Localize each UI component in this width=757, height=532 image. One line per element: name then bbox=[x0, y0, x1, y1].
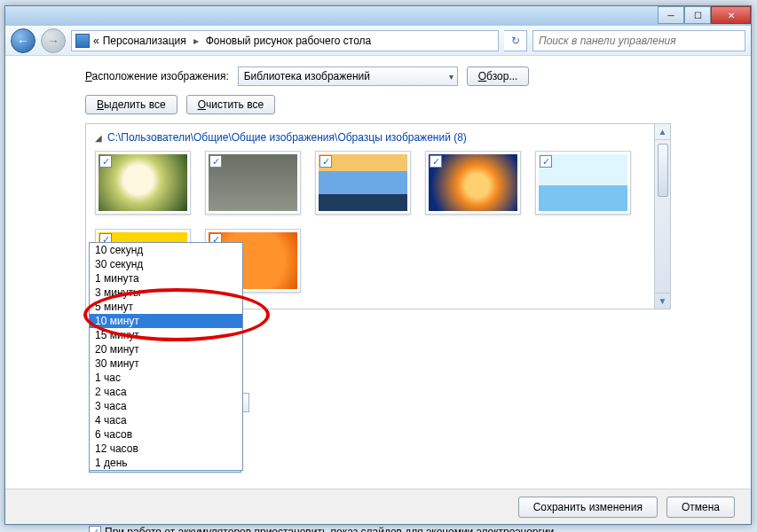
interval-option[interactable]: 1 день bbox=[90, 456, 242, 470]
chevron-right-icon: ▸ bbox=[190, 35, 202, 47]
location-label: Расположение изображения: bbox=[85, 70, 229, 82]
scroll-up-icon[interactable]: ▲ bbox=[655, 124, 670, 140]
location-row: Расположение изображения: Библиотека изо… bbox=[85, 66, 671, 86]
back-button[interactable]: ← bbox=[11, 28, 35, 53]
interval-option[interactable]: 30 минут bbox=[90, 356, 242, 371]
titlebar: ─ ☐ ✕ bbox=[5, 6, 751, 26]
battery-row: ✓ При работе от аккумуляторов приостанов… bbox=[89, 526, 554, 532]
interval-dropdown-list[interactable]: 10 секунд30 секунд1 минута3 минуты5 мину… bbox=[89, 242, 243, 471]
thumb-checkbox[interactable]: ✓ bbox=[99, 155, 112, 168]
thumb-checkbox[interactable]: ✓ bbox=[430, 155, 442, 168]
interval-option[interactable]: 1 час bbox=[90, 371, 242, 385]
clear-all-button[interactable]: Очистить все bbox=[186, 95, 276, 114]
thumb-penguins[interactable]: ✓ bbox=[535, 151, 631, 215]
footer: Сохранить изменения Отмена bbox=[5, 489, 751, 524]
folder-path: C:\Пользователи\Общие\Общие изображения\… bbox=[107, 131, 467, 144]
interval-option[interactable]: 3 часа bbox=[90, 399, 242, 413]
maximize-button[interactable]: ☐ bbox=[684, 6, 711, 24]
save-button[interactable]: Сохранить изменения bbox=[518, 497, 658, 518]
interval-option[interactable]: 3 минуты bbox=[90, 286, 242, 300]
interval-option[interactable]: 30 секунд bbox=[90, 257, 242, 271]
location-combo[interactable]: Библиотека изображений bbox=[238, 66, 458, 86]
thumb-koala[interactable]: ✓ bbox=[205, 151, 301, 215]
interval-option[interactable]: 4 часа bbox=[90, 413, 242, 427]
interval-option[interactable]: 10 минут bbox=[90, 314, 242, 328]
navbar: ← → « Персонализация ▸ Фоновый рисунок р… bbox=[5, 26, 751, 56]
battery-label: При работе от аккумуляторов приостановит… bbox=[105, 526, 554, 532]
interval-option[interactable]: 15 минут bbox=[90, 328, 242, 342]
scroll-thumb[interactable] bbox=[658, 144, 668, 197]
interval-option[interactable]: 1 минута bbox=[90, 271, 242, 286]
folder-header[interactable]: ◢ C:\Пользователи\Общие\Общие изображени… bbox=[95, 131, 661, 144]
interval-option[interactable]: 2 часа bbox=[90, 385, 242, 399]
minimize-button[interactable]: ─ bbox=[658, 6, 684, 24]
close-button[interactable]: ✕ bbox=[711, 6, 751, 24]
interval-option[interactable]: 6 часов bbox=[90, 427, 242, 442]
thumb-checkbox[interactable]: ✓ bbox=[209, 155, 222, 168]
battery-checkbox[interactable]: ✓ bbox=[89, 526, 101, 532]
refresh-button[interactable]: ↻ bbox=[504, 30, 527, 51]
window: ─ ☐ ✕ ← → « Персонализация ▸ Фоновый рис… bbox=[4, 5, 752, 525]
breadcrumb-prefix: « bbox=[93, 35, 99, 47]
gallery-scrollbar[interactable]: ▲ ▼ bbox=[654, 124, 670, 309]
address-bar[interactable]: « Персонализация ▸ Фоновый рисунок рабоч… bbox=[71, 30, 499, 51]
browse-button[interactable]: Обзор... bbox=[467, 66, 530, 86]
breadcrumb-personalization[interactable]: Персонализация bbox=[103, 35, 186, 47]
interval-option[interactable]: 12 часов bbox=[90, 442, 242, 456]
forward-button: → bbox=[41, 28, 66, 53]
interval-option[interactable]: 5 минут bbox=[90, 300, 242, 314]
scroll-down-icon[interactable]: ▼ bbox=[655, 293, 670, 309]
thumb-checkbox[interactable]: ✓ bbox=[319, 155, 332, 168]
thumb-lighthouse[interactable]: ✓ bbox=[315, 151, 411, 215]
interval-option[interactable]: 10 секунд bbox=[90, 243, 242, 257]
collapse-icon[interactable]: ◢ bbox=[95, 133, 102, 143]
thumb-checkbox[interactable]: ✓ bbox=[540, 155, 552, 168]
personalization-icon bbox=[75, 34, 90, 48]
select-all-button[interactable]: Выделить все bbox=[85, 95, 177, 114]
search-input[interactable] bbox=[532, 30, 745, 51]
thumb-jellyfish[interactable]: ✓ bbox=[425, 151, 521, 215]
breadcrumb-wallpaper[interactable]: Фоновый рисунок рабочего стола bbox=[206, 35, 372, 47]
select-row: Выделить все Очистить все bbox=[85, 95, 671, 114]
thumb-hydrangeas[interactable]: ✓ bbox=[95, 151, 191, 215]
window-controls: ─ ☐ ✕ bbox=[658, 6, 751, 24]
cancel-button[interactable]: Отмена bbox=[666, 497, 735, 518]
interval-option[interactable]: 20 минут bbox=[90, 342, 242, 356]
